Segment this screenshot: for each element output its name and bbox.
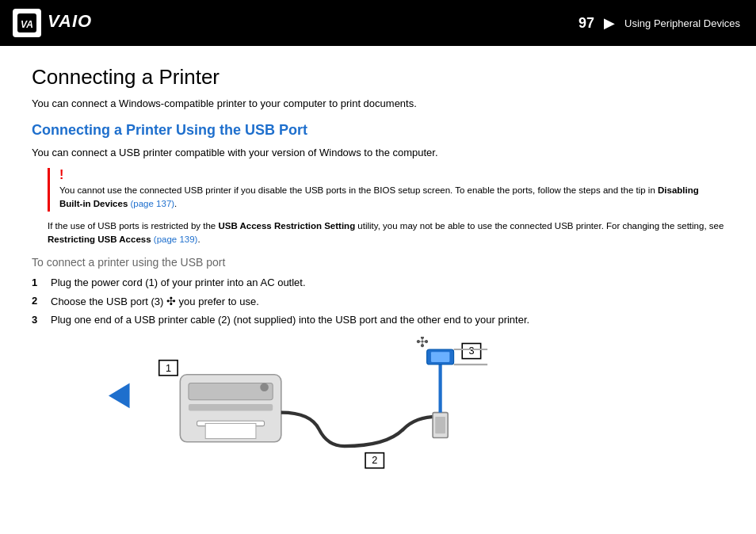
info-text: If the use of USB ports is restricted by… [48,219,724,247]
svg-rect-8 [189,404,273,411]
svg-point-11 [260,383,269,391]
header: VA VAIO 97 ▶ Using Peripheral Devices [0,0,756,46]
info-link[interactable]: (page 139) [154,235,198,244]
svg-text:2: 2 [372,454,377,466]
main-title: Connecting a Printer [32,65,724,90]
step-3: 3 Plug one end of a USB printer cable (2… [32,314,724,326]
diagram: 1 2 [32,337,724,471]
svg-rect-15 [435,417,445,433]
info-box: If the use of USB ports is restricted by… [48,219,724,247]
page-number: 97 [578,15,594,32]
header-arrow: ▶ [604,14,615,32]
svg-text:1: 1 [166,362,171,374]
svg-text:VA: VA [21,19,33,30]
svg-rect-18 [431,352,449,362]
step-3-num: 3 [32,314,51,326]
step-1: 1 Plug the power cord (1) of your printe… [32,277,724,288]
steps-list: 1 Plug the power cord (1) of your printe… [32,277,724,326]
usb-symbol: ✣ [166,295,176,307]
svg-rect-7 [189,383,273,399]
step-2: 2 Choose the USB port (3) ✣ you prefer t… [32,295,724,307]
step-1-text: Plug the power cord (1) of your printer … [51,277,724,288]
section-title-header: Using Peripheral Devices [624,17,740,29]
svg-marker-3 [109,383,130,408]
svg-text:VAIO: VAIO [48,11,92,31]
section-heading: Connecting a Printer Using the USB Port [32,122,724,139]
section-intro: You can connect a USB printer compatible… [32,147,724,158]
step-3-text: Plug one end of a USB printer cable (2) … [51,314,724,326]
logo-text: VAIO [48,10,111,37]
logo: VA VAIO [13,9,111,37]
warning-link[interactable]: (page 137) [130,199,174,208]
intro-text: You can connect a Windows-compatible pri… [32,97,724,109]
logo-icon: VA [13,9,41,37]
svg-text:3: 3 [468,345,474,357]
diagram-svg: 1 2 [32,337,724,471]
header-right: 97 ▶ Using Peripheral Devices [578,14,740,32]
content: Connecting a Printer You can connect a W… [0,46,756,487]
subsection-title: To connect a printer using the USB port [32,256,724,269]
warning-text: You cannot use the connected USB printer… [59,184,724,212]
step-1-num: 1 [32,277,51,288]
step-2-num: 2 [32,295,51,307]
warning-box: ! You cannot use the connected USB print… [48,168,724,212]
warning-icon: ! [59,168,724,182]
step-2-text: Choose the USB port (3) ✣ you prefer to … [51,295,724,307]
svg-rect-10 [205,423,256,438]
svg-text:✣: ✣ [416,337,429,350]
